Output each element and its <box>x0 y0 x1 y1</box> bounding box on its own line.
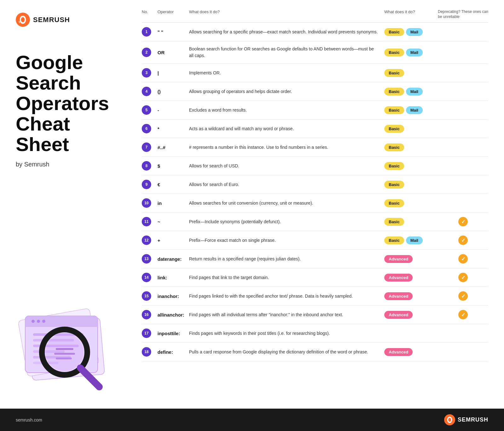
row-description: Find pages that link to the target domai… <box>189 274 384 281</box>
row-number-badge: 6 <box>142 124 151 133</box>
row-tags: BasicMail <box>384 106 438 114</box>
row-tags: Basic <box>384 69 438 77</box>
row-operator: $ <box>158 163 189 169</box>
illustration-container <box>16 291 120 396</box>
row-number: 1 <box>142 27 158 37</box>
table-row: 8$Allows for search of USD.Basic <box>142 157 488 175</box>
row-number: 15 <box>142 291 158 301</box>
row-deprecating: ✓ <box>438 273 488 282</box>
row-number-badge: 16 <box>142 310 151 319</box>
footer-logo-text: SEMRUSH <box>458 416 488 423</box>
row-number: 18 <box>142 347 158 357</box>
row-tags: Advanced <box>384 311 438 319</box>
footer-logo-icon <box>444 414 455 425</box>
row-description: Find pages with all individual terms aft… <box>189 312 384 318</box>
svg-point-30 <box>46 333 83 371</box>
row-deprecating: ✓ <box>438 291 488 301</box>
tag-basic: Basic <box>384 88 404 96</box>
tag-mail: Mail <box>406 88 423 96</box>
table-row: 6*Acts as a wildcard and will match any … <box>142 119 488 138</box>
table-row: 18define:Pulls a card response from Goog… <box>142 343 488 361</box>
row-operator: () <box>158 89 189 94</box>
row-description: Boolean search function for OR searches … <box>189 46 384 59</box>
row-number-badge: 14 <box>142 273 151 282</box>
row-number-badge: 8 <box>142 161 151 171</box>
logo-area: SEMRUSH <box>16 13 120 27</box>
title-area: Google Search Operators Cheat Sheet by S… <box>16 52 120 187</box>
row-number-badge: 17 <box>142 329 151 338</box>
row-number: 3 <box>142 68 158 78</box>
row-operator: inanchor: <box>158 294 189 299</box>
tag-basic: Basic <box>384 143 404 151</box>
row-operator: daterange: <box>158 256 189 262</box>
row-number: 17 <box>142 329 158 338</box>
row-operator: allinanchor: <box>158 312 189 317</box>
footer-logo: SEMRUSH <box>444 414 488 425</box>
tag-basic: Basic <box>384 69 404 77</box>
tag-advanced: Advanced <box>384 292 413 300</box>
row-number: 12 <box>142 236 158 245</box>
row-operator: € <box>158 182 189 187</box>
row-description: Allows grouping of operators and helps d… <box>189 88 384 95</box>
row-number: 11 <box>142 217 158 226</box>
row-number-badge: 7 <box>142 143 151 152</box>
illustration <box>16 306 117 395</box>
row-tags: Basic <box>384 218 438 226</box>
deprecating-check-icon: ✓ <box>458 273 468 282</box>
row-number-badge: 9 <box>142 180 151 189</box>
row-description: Allows searches for unit conversion (cur… <box>189 200 384 207</box>
table-row: 13daterange:Return results in a specifie… <box>142 250 488 268</box>
tag-advanced: Advanced <box>384 255 413 263</box>
row-number-badge: 12 <box>142 236 151 245</box>
row-tags: Advanced <box>384 292 438 300</box>
row-operator: * <box>158 126 189 131</box>
row-description: Implements OR. <box>189 70 384 76</box>
row-operator: - <box>158 108 189 113</box>
tag-basic: Basic <box>384 125 404 133</box>
svg-point-20 <box>32 320 35 323</box>
row-operator: " " <box>158 29 189 35</box>
tag-mail: Mail <box>406 49 423 56</box>
table-row: 12+Prefix—Force exact match on single ph… <box>142 231 488 250</box>
row-operator: link: <box>158 275 189 280</box>
row-tags: Basic <box>384 162 438 170</box>
row-number-badge: 1 <box>142 27 151 37</box>
svg-point-22 <box>42 320 45 323</box>
tag-basic: Basic <box>384 162 404 170</box>
row-number: 9 <box>142 180 158 189</box>
byline: by Semrush <box>16 161 120 168</box>
row-number-badge: 10 <box>142 198 151 208</box>
row-deprecating: ✓ <box>438 236 488 245</box>
row-tags: Advanced <box>384 348 438 356</box>
row-number-badge: 3 <box>142 68 151 78</box>
row-number-badge: 5 <box>142 105 151 115</box>
row-tags: Basic <box>384 199 438 207</box>
table-row: 16allinanchor:Find pages with all indivi… <box>142 306 488 324</box>
tag-mail: Mail <box>406 28 423 36</box>
row-description: Finds pages with keywords in their post … <box>189 330 384 337</box>
row-description: Find pages linked to with the specified … <box>189 293 384 300</box>
tag-advanced: Advanced <box>384 311 413 319</box>
table-body: 1" "Allows searching for a specific phra… <box>142 23 488 361</box>
row-number-badge: 15 <box>142 291 151 301</box>
row-number: 6 <box>142 124 158 133</box>
table-row: 11~Prefix—Include synonyms (potentially … <box>142 213 488 231</box>
footer: semrush.com SEMRUSH <box>0 409 504 431</box>
row-tags: Advanced <box>384 274 438 282</box>
table-row: 15inanchor:Find pages linked to with the… <box>142 287 488 306</box>
tag-advanced: Advanced <box>384 274 413 282</box>
left-panel: SEMRUSH Google Search Operators Cheat Sh… <box>0 0 132 409</box>
row-number: 2 <box>142 48 158 57</box>
row-operator: inposttile: <box>158 331 189 336</box>
table-row: 3|Implements OR.Basic <box>142 64 488 82</box>
row-tags: BasicMail <box>384 28 438 36</box>
row-description: Excludes a word from results. <box>189 107 384 114</box>
row-tags: BasicMail <box>384 88 438 96</box>
deprecating-check-icon: ✓ <box>458 236 468 245</box>
row-description: Acts as a wildcard and will match any wo… <box>189 125 384 132</box>
row-tags: BasicMail <box>384 236 438 244</box>
row-operator: in <box>158 201 189 206</box>
tag-basic: Basic <box>384 28 404 36</box>
row-operator: #..# <box>158 145 189 150</box>
tag-mail: Mail <box>406 236 423 244</box>
